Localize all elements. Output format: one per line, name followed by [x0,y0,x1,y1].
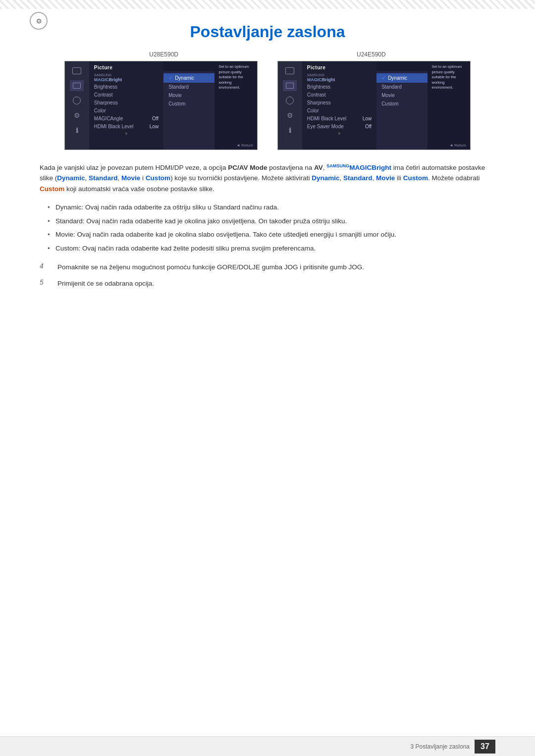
monitor2-eyesaver-value: Off [365,124,372,129]
monitor2-brightness-item: Brightness [302,83,376,91]
monitor1-sharpness-item: Sharpness [89,99,163,106]
monitor2-return: ◄ Return [449,143,466,148]
monitor1-menu-header: Picture [89,63,163,72]
bullet-custom-term: Custom [55,245,79,252]
monitor1-magicangle-label: MAGICAngle [94,116,123,121]
step-circle-icon: ⊙ [36,17,42,25]
monitor2-submenu-standard: Standard [376,83,428,91]
monitor1-submenu-movie: Movie [163,91,214,100]
sidebar-icon-display [70,65,84,76]
monitor2-submenu-custom: Custom [376,100,428,108]
step-5: 5 Primijenit će se odabrana opcija. [40,278,495,289]
monitor2-display-icon [285,67,294,74]
monitor1-movie-label: Movie [168,93,182,98]
bullet-movie-text: Ovaj način rada odaberite kad je okolina… [77,231,396,238]
dynamic-inline2: Dynamic [312,174,339,182]
monitor2-submenu: ✓ Dynamic Standard Movie Custom [376,71,428,150]
monitor2-menu-header: Picture [302,63,376,72]
monitor1-dynamic-label: Dynamic [175,75,194,81]
monitor1-submenu-custom: Custom [163,100,214,108]
monitor1-return: ◄ Return [236,143,253,148]
monitor2-sharpness-item: Sharpness [302,99,376,106]
step-5-number: 5 [40,278,50,289]
monitor2-hdmi-item: HDMI Black Level Low [302,114,376,122]
pc-av-mode-text: PC/AV Mode [228,164,267,171]
check-icon: ✓ [168,75,173,81]
step-5-text: Primijenit će se odabrana opcija. [57,278,154,289]
monitor2-label: U24E590D [357,51,386,58]
monitor1-submenu-standard: Standard [163,83,214,91]
monitor1-standard-label: Standard [168,84,189,90]
info-icon: ℹ [76,127,78,134]
intro-text1: Kada je vanjski ulaz je povezan putem HD… [40,164,228,171]
monitor1-submenu: ✓ Dynamic Standard Movie Custom [163,71,214,150]
intro-paragraph: Kada je vanjski ulaz je povezan putem HD… [40,162,495,194]
bullet-dynamic: Dynamic: Ovaj način rada odaberite za oš… [48,202,495,213]
bullet-dynamic-standard-ref: Standard [213,203,240,211]
monitor2-check-icon: ✓ [381,75,386,81]
monitor2-monitor-icon [286,83,294,89]
step-4-number: 4 [40,262,50,273]
monitor2-samsung: SAMSUNG [307,73,324,77]
bullet-standard: Standard: Ovaj način rada odaberite kad … [48,216,495,227]
sidebar-icon-brightness [70,95,84,106]
monitor2-return-arrow: ◄ [449,143,453,148]
monitor2-eyesaver-label: Eye Saver Mode [307,124,344,129]
monitor2-magic: MAGIC [307,77,322,82]
monitor1-ui: ⚙ ℹ Picture SAMSUNG MAGICBright Brightne… [64,61,258,150]
monitor2-gear-icon: ⚙ [287,111,293,119]
movie-inline1: Movie [121,174,140,182]
comma3: , [340,174,344,182]
bullet-dynamic-term: Dynamic [55,203,82,211]
monitor-icon [73,83,81,89]
bullet-movie: Movie: Ovaj način rada odaberite kad je … [48,229,495,240]
bright-text-inline: Bright [372,164,391,171]
monitor2-contrast-item: Contrast [302,91,376,99]
intro-text6: . Možete odabrati [428,174,480,182]
monitor2-brightness-icon [286,97,294,104]
monitor2-return-label: Return [454,143,466,148]
monitor2-sidebar: ⚙ ℹ [278,61,302,150]
comma2: , [118,174,122,182]
monitor2-color-item: Color [302,106,376,114]
monitor1-submenu-dynamic: ✓ Dynamic [163,73,214,83]
monitor2-info-text: Set to an optimum picture quality suitab… [431,64,462,90]
sidebar-icon-gear: ⚙ [70,110,84,121]
ili-word: ili [395,174,403,182]
monitor1-bright: Bright [109,77,122,82]
bullet-standard-text: Ovaj način rada odaberite kad je okolina… [86,217,347,225]
monitor2-sidebar-display [283,65,297,76]
footer-right: 3 Postavljanje zaslona 37 [411,740,495,754]
monitor1-magicangle-item: MAGICAngle Off [89,114,163,122]
bullet-dynamic-text2: načinu rada. [240,203,279,211]
monitor1-color-item: Color [89,106,163,114]
monitor2-sidebar-gear: ⚙ [283,110,297,121]
monitor2-dynamic-label: Dynamic [388,75,407,81]
monitor1-hdmi-label: HDMI Black Level [94,124,133,129]
gear-icon: ⚙ [74,111,80,119]
step-4: 4 Pomaknite se na željenu mogućnost pomo… [40,262,495,273]
monitor1-brightness-item: Brightness [89,83,163,91]
monitor1-samsung: SAMSUNG [94,73,111,77]
comma1: , [85,174,89,182]
brightness-icon [73,97,81,104]
intro-text2: postavljena na [267,164,314,171]
monitor2-sidebar-brightness [283,95,297,106]
bullet-dynamic-colon: : [82,203,86,211]
monitor2-eyesaver-item: Eye Saver Mode Off [302,122,376,130]
monitor2-info: Set to an optimum picture quality suitab… [428,61,470,150]
bullet-custom: Custom: Ovaj način rada odaberite kad že… [48,243,495,254]
bullet-standard-term: Standard [55,217,83,225]
bullet-custom-text: Ovaj način rada odaberite kad želite pod… [82,245,316,252]
bullet-list: Dynamic: Ovaj način rada odaberite za oš… [40,202,495,253]
monitor2-brand: SAMSUNG MAGICBright [302,72,376,83]
footer-page-number: 37 [475,740,495,754]
custom-inline3: Custom [40,185,64,193]
i-word: i [140,174,146,182]
monitor1-contrast-item: Contrast [89,91,163,99]
intro-text5: ) koje su tvornički postavljene. Možete … [170,174,312,182]
monitor2-bright: Bright [322,77,335,82]
step-circle: ⊙ [30,12,48,30]
monitor1-info: Set to an optimum picture quality suitab… [214,61,257,150]
dynamic-inline1: Dynamic [57,174,85,182]
